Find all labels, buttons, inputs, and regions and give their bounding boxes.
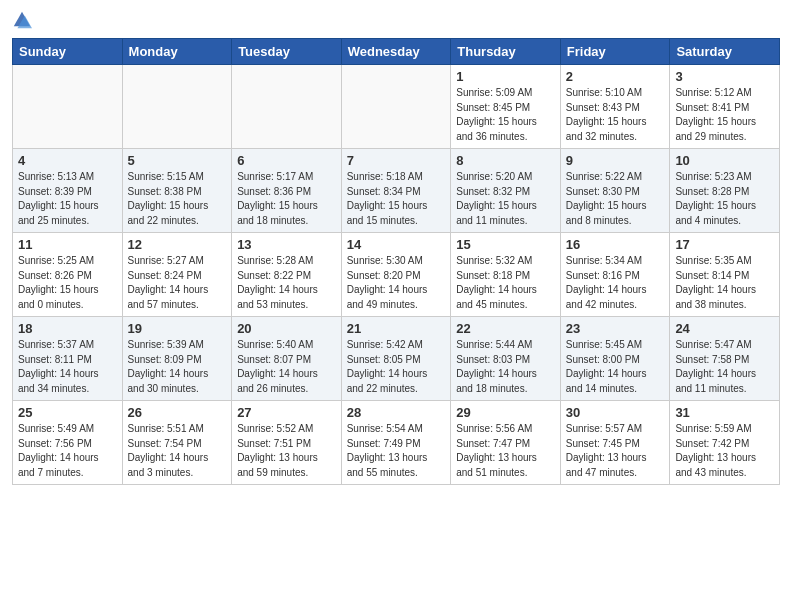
calendar-cell: 17Sunrise: 5:35 AMSunset: 8:14 PMDayligh…: [670, 233, 780, 317]
day-number: 18: [18, 321, 117, 336]
day-info: Sunrise: 5:56 AMSunset: 7:47 PMDaylight:…: [456, 422, 555, 480]
day-info: Sunrise: 5:12 AMSunset: 8:41 PMDaylight:…: [675, 86, 774, 144]
calendar-cell: 25Sunrise: 5:49 AMSunset: 7:56 PMDayligh…: [13, 401, 123, 485]
calendar-cell: 16Sunrise: 5:34 AMSunset: 8:16 PMDayligh…: [560, 233, 670, 317]
calendar-cell: [341, 65, 451, 149]
calendar-cell: 10Sunrise: 5:23 AMSunset: 8:28 PMDayligh…: [670, 149, 780, 233]
calendar-cell: 2Sunrise: 5:10 AMSunset: 8:43 PMDaylight…: [560, 65, 670, 149]
weekday-header-row: SundayMondayTuesdayWednesdayThursdayFrid…: [13, 39, 780, 65]
day-info: Sunrise: 5:49 AMSunset: 7:56 PMDaylight:…: [18, 422, 117, 480]
day-info: Sunrise: 5:30 AMSunset: 8:20 PMDaylight:…: [347, 254, 446, 312]
day-info: Sunrise: 5:27 AMSunset: 8:24 PMDaylight:…: [128, 254, 227, 312]
day-info: Sunrise: 5:22 AMSunset: 8:30 PMDaylight:…: [566, 170, 665, 228]
calendar-cell: 4Sunrise: 5:13 AMSunset: 8:39 PMDaylight…: [13, 149, 123, 233]
day-info: Sunrise: 5:25 AMSunset: 8:26 PMDaylight:…: [18, 254, 117, 312]
header: [12, 10, 780, 32]
day-number: 17: [675, 237, 774, 252]
day-number: 4: [18, 153, 117, 168]
day-info: Sunrise: 5:18 AMSunset: 8:34 PMDaylight:…: [347, 170, 446, 228]
calendar-cell: 13Sunrise: 5:28 AMSunset: 8:22 PMDayligh…: [232, 233, 342, 317]
day-number: 27: [237, 405, 336, 420]
day-info: Sunrise: 5:17 AMSunset: 8:36 PMDaylight:…: [237, 170, 336, 228]
day-number: 30: [566, 405, 665, 420]
day-info: Sunrise: 5:45 AMSunset: 8:00 PMDaylight:…: [566, 338, 665, 396]
day-info: Sunrise: 5:35 AMSunset: 8:14 PMDaylight:…: [675, 254, 774, 312]
calendar-cell: 5Sunrise: 5:15 AMSunset: 8:38 PMDaylight…: [122, 149, 232, 233]
day-info: Sunrise: 5:13 AMSunset: 8:39 PMDaylight:…: [18, 170, 117, 228]
day-info: Sunrise: 5:40 AMSunset: 8:07 PMDaylight:…: [237, 338, 336, 396]
day-info: Sunrise: 5:09 AMSunset: 8:45 PMDaylight:…: [456, 86, 555, 144]
day-number: 6: [237, 153, 336, 168]
day-info: Sunrise: 5:52 AMSunset: 7:51 PMDaylight:…: [237, 422, 336, 480]
calendar-cell: 1Sunrise: 5:09 AMSunset: 8:45 PMDaylight…: [451, 65, 561, 149]
day-number: 20: [237, 321, 336, 336]
calendar-cell: 21Sunrise: 5:42 AMSunset: 8:05 PMDayligh…: [341, 317, 451, 401]
weekday-header-sunday: Sunday: [13, 39, 123, 65]
calendar-cell: [122, 65, 232, 149]
day-info: Sunrise: 5:54 AMSunset: 7:49 PMDaylight:…: [347, 422, 446, 480]
day-info: Sunrise: 5:39 AMSunset: 8:09 PMDaylight:…: [128, 338, 227, 396]
calendar-cell: 18Sunrise: 5:37 AMSunset: 8:11 PMDayligh…: [13, 317, 123, 401]
calendar-cell: 9Sunrise: 5:22 AMSunset: 8:30 PMDaylight…: [560, 149, 670, 233]
calendar-cell: 19Sunrise: 5:39 AMSunset: 8:09 PMDayligh…: [122, 317, 232, 401]
day-number: 23: [566, 321, 665, 336]
day-number: 19: [128, 321, 227, 336]
calendar-cell: 8Sunrise: 5:20 AMSunset: 8:32 PMDaylight…: [451, 149, 561, 233]
day-info: Sunrise: 5:59 AMSunset: 7:42 PMDaylight:…: [675, 422, 774, 480]
day-info: Sunrise: 5:15 AMSunset: 8:38 PMDaylight:…: [128, 170, 227, 228]
day-info: Sunrise: 5:10 AMSunset: 8:43 PMDaylight:…: [566, 86, 665, 144]
day-number: 3: [675, 69, 774, 84]
calendar-cell: 12Sunrise: 5:27 AMSunset: 8:24 PMDayligh…: [122, 233, 232, 317]
calendar-week-row: 1Sunrise: 5:09 AMSunset: 8:45 PMDaylight…: [13, 65, 780, 149]
calendar-week-row: 11Sunrise: 5:25 AMSunset: 8:26 PMDayligh…: [13, 233, 780, 317]
calendar-cell: [232, 65, 342, 149]
calendar-cell: 26Sunrise: 5:51 AMSunset: 7:54 PMDayligh…: [122, 401, 232, 485]
calendar-table: SundayMondayTuesdayWednesdayThursdayFrid…: [12, 38, 780, 485]
day-info: Sunrise: 5:51 AMSunset: 7:54 PMDaylight:…: [128, 422, 227, 480]
calendar-cell: 14Sunrise: 5:30 AMSunset: 8:20 PMDayligh…: [341, 233, 451, 317]
day-number: 22: [456, 321, 555, 336]
day-info: Sunrise: 5:32 AMSunset: 8:18 PMDaylight:…: [456, 254, 555, 312]
day-number: 26: [128, 405, 227, 420]
weekday-header-wednesday: Wednesday: [341, 39, 451, 65]
calendar-cell: 6Sunrise: 5:17 AMSunset: 8:36 PMDaylight…: [232, 149, 342, 233]
calendar-cell: 30Sunrise: 5:57 AMSunset: 7:45 PMDayligh…: [560, 401, 670, 485]
calendar-cell: 15Sunrise: 5:32 AMSunset: 8:18 PMDayligh…: [451, 233, 561, 317]
day-number: 29: [456, 405, 555, 420]
calendar-cell: 23Sunrise: 5:45 AMSunset: 8:00 PMDayligh…: [560, 317, 670, 401]
day-number: 12: [128, 237, 227, 252]
calendar-cell: 22Sunrise: 5:44 AMSunset: 8:03 PMDayligh…: [451, 317, 561, 401]
day-info: Sunrise: 5:20 AMSunset: 8:32 PMDaylight:…: [456, 170, 555, 228]
day-number: 11: [18, 237, 117, 252]
day-info: Sunrise: 5:42 AMSunset: 8:05 PMDaylight:…: [347, 338, 446, 396]
calendar-cell: 29Sunrise: 5:56 AMSunset: 7:47 PMDayligh…: [451, 401, 561, 485]
day-number: 9: [566, 153, 665, 168]
weekday-header-saturday: Saturday: [670, 39, 780, 65]
calendar-week-row: 25Sunrise: 5:49 AMSunset: 7:56 PMDayligh…: [13, 401, 780, 485]
day-number: 31: [675, 405, 774, 420]
day-number: 7: [347, 153, 446, 168]
weekday-header-monday: Monday: [122, 39, 232, 65]
logo: [12, 10, 32, 32]
day-info: Sunrise: 5:57 AMSunset: 7:45 PMDaylight:…: [566, 422, 665, 480]
calendar-week-row: 4Sunrise: 5:13 AMSunset: 8:39 PMDaylight…: [13, 149, 780, 233]
day-number: 8: [456, 153, 555, 168]
logo-icon: [12, 10, 32, 30]
day-number: 21: [347, 321, 446, 336]
day-info: Sunrise: 5:23 AMSunset: 8:28 PMDaylight:…: [675, 170, 774, 228]
calendar-cell: 20Sunrise: 5:40 AMSunset: 8:07 PMDayligh…: [232, 317, 342, 401]
day-number: 28: [347, 405, 446, 420]
day-number: 2: [566, 69, 665, 84]
day-info: Sunrise: 5:28 AMSunset: 8:22 PMDaylight:…: [237, 254, 336, 312]
day-number: 13: [237, 237, 336, 252]
calendar-cell: 27Sunrise: 5:52 AMSunset: 7:51 PMDayligh…: [232, 401, 342, 485]
day-number: 5: [128, 153, 227, 168]
calendar-cell: 24Sunrise: 5:47 AMSunset: 7:58 PMDayligh…: [670, 317, 780, 401]
weekday-header-tuesday: Tuesday: [232, 39, 342, 65]
day-number: 14: [347, 237, 446, 252]
calendar-cell: 31Sunrise: 5:59 AMSunset: 7:42 PMDayligh…: [670, 401, 780, 485]
calendar-cell: 3Sunrise: 5:12 AMSunset: 8:41 PMDaylight…: [670, 65, 780, 149]
day-number: 15: [456, 237, 555, 252]
day-info: Sunrise: 5:44 AMSunset: 8:03 PMDaylight:…: [456, 338, 555, 396]
calendar-cell: 11Sunrise: 5:25 AMSunset: 8:26 PMDayligh…: [13, 233, 123, 317]
